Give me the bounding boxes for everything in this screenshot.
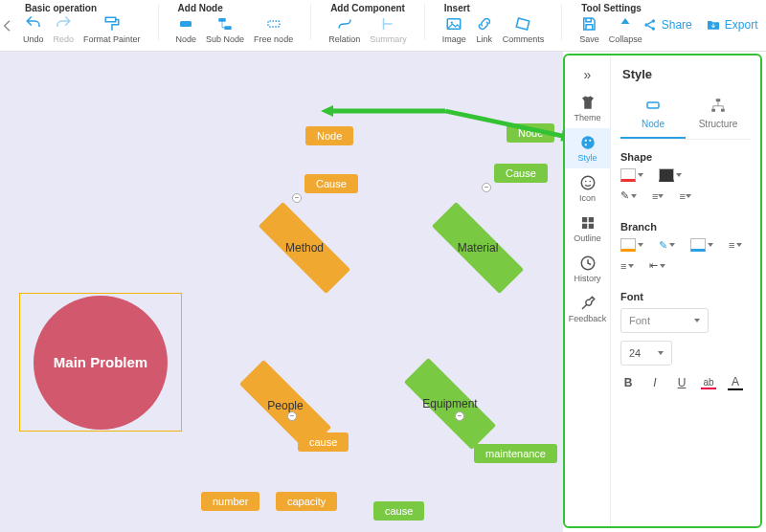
svg-point-10	[581, 136, 595, 149]
wrench-icon	[579, 295, 597, 312]
free-node-icon	[265, 15, 282, 33]
redo-icon	[55, 15, 72, 33]
leaf-cause[interactable]: cause	[373, 501, 424, 521]
comment-icon	[514, 15, 531, 33]
relation-button[interactable]: Relation	[328, 15, 360, 44]
node-tag[interactable]: Node	[305, 126, 353, 145]
branch-align[interactable]: ≡	[729, 238, 742, 252]
sidebar-item-icon[interactable]: Icon	[565, 168, 610, 209]
branch-equipment[interactable]: Equipment	[402, 375, 498, 432]
svg-rect-1	[180, 21, 192, 27]
toolbar-group-tool-settings: Tool Settings Save Collapse	[579, 0, 642, 44]
font-family-select[interactable]: Font	[620, 308, 709, 333]
shirt-icon	[579, 94, 597, 111]
branch-method[interactable]: Method	[257, 219, 352, 277]
collapse-toggle[interactable]: −	[482, 183, 491, 192]
leaf-capacity[interactable]: capacity	[276, 492, 337, 511]
highlight-button[interactable]: ab	[701, 377, 716, 389]
clock-icon	[579, 255, 597, 272]
branch-stroke[interactable]: ✎	[659, 238, 675, 252]
pencil-icon: ✎	[620, 189, 629, 202]
toolbar: Basic operation Undo Redo Format Painter…	[15, 0, 642, 44]
lines-icon: ≡	[652, 190, 656, 202]
main-problem-node[interactable]: Main Problem	[19, 293, 182, 432]
tab-structure[interactable]: Structure	[686, 91, 751, 139]
svg-rect-2	[218, 18, 226, 22]
collapse-toggle[interactable]: −	[455, 411, 464, 421]
app-header: fis… Basic operation Undo Redo Format Pa…	[0, 0, 766, 52]
collapse-toggle[interactable]: −	[287, 411, 297, 421]
save-icon	[580, 15, 597, 33]
redo-button[interactable]: Redo	[54, 15, 75, 44]
section-font-label: Font	[620, 291, 751, 302]
align-icon: ≡	[729, 239, 734, 251]
leaf-number[interactable]: number	[201, 492, 259, 511]
summary-button[interactable]: Summary	[370, 15, 407, 44]
cause-tag[interactable]: Cause	[304, 174, 358, 193]
lines-thick-icon: ≡	[679, 190, 683, 202]
section-branch-label: Branch	[620, 221, 751, 233]
sidebar-item-theme[interactable]: Theme	[565, 88, 610, 128]
sidebar-item-feedback[interactable]: Feedback	[565, 289, 610, 329]
subnode-icon	[216, 15, 234, 33]
branch-box[interactable]	[690, 238, 713, 252]
branch-fill[interactable]	[620, 238, 643, 252]
toolbar-group-add-component: Add Component Relation Summary	[328, 0, 407, 44]
tab-node[interactable]: Node	[620, 91, 686, 139]
italic-button[interactable]: I	[647, 376, 663, 389]
diagram-canvas[interactable]: Main Problem Method Node Cause − Materia…	[0, 52, 563, 532]
branch-style-1[interactable]: ≡	[620, 259, 634, 272]
sidebar-item-history[interactable]: History	[565, 249, 610, 289]
cause-tag[interactable]: Cause	[494, 164, 548, 183]
palette-icon	[579, 134, 597, 151]
export-icon	[706, 17, 721, 33]
share-button[interactable]: Share	[642, 17, 692, 33]
sidebar-item-style[interactable]: Style	[565, 128, 610, 168]
leaf-maintenance[interactable]: maintenance	[474, 444, 557, 463]
branch-material[interactable]: Material	[430, 219, 526, 277]
svg-rect-23	[716, 99, 721, 101]
free-node-button[interactable]: Free node	[254, 15, 293, 44]
pencil-icon: ✎	[659, 239, 667, 252]
cause-tag[interactable]: cause	[298, 432, 349, 452]
branch-style-2[interactable]: ⇤	[649, 259, 665, 272]
back-button[interactable]	[0, 0, 15, 52]
svg-rect-18	[588, 217, 593, 222]
undo-button[interactable]: Undo	[23, 15, 44, 44]
add-node-button[interactable]: Node	[176, 15, 197, 44]
save-button[interactable]: Save	[579, 15, 599, 44]
shape-lines-2[interactable]: ≡	[679, 189, 690, 202]
shape-lines-1[interactable]: ≡	[652, 189, 664, 202]
font-size-select[interactable]: 24	[620, 341, 672, 366]
toolbar-group-insert: Insert Image Link Comments	[442, 0, 545, 44]
shape-fill-color[interactable]	[659, 168, 682, 182]
paint-roller-icon	[103, 15, 121, 33]
link-icon	[476, 15, 493, 33]
insert-link-button[interactable]: Link	[476, 15, 493, 44]
sidebar-item-outline[interactable]: Outline	[565, 209, 610, 249]
style-panel-sidebar: » Theme Style Icon Outline History Feedb…	[565, 55, 611, 526]
panel-collapse-button[interactable]: »	[565, 61, 610, 88]
toolbar-group-add-node: Add Node Node Sub Node Free node	[176, 0, 294, 44]
collapse-button[interactable]: Collapse	[609, 15, 642, 44]
collapse-toggle[interactable]: −	[292, 193, 302, 203]
style-panel-main: Style Node Structure Shape ✎ ≡ ≡ Branch …	[611, 55, 760, 526]
chevron-down-icon	[658, 351, 664, 355]
share-icon	[642, 17, 658, 33]
shape-outline-color[interactable]	[620, 168, 643, 182]
node-icon	[177, 15, 194, 33]
export-button[interactable]: Export	[706, 17, 758, 33]
underline-button[interactable]: U	[674, 376, 689, 389]
shape-edit[interactable]: ✎	[620, 189, 637, 202]
insert-image-button[interactable]: Image	[442, 15, 466, 44]
collapse-icon	[617, 15, 634, 33]
svg-point-13	[584, 144, 586, 145]
bold-button[interactable]: B	[620, 376, 636, 389]
format-painter-button[interactable]: Format Painter	[83, 15, 141, 44]
branch-people[interactable]: People	[237, 377, 333, 434]
insert-comments-button[interactable]: Comments	[503, 15, 545, 44]
svg-rect-25	[721, 109, 725, 112]
add-subnode-button[interactable]: Sub Node	[206, 15, 244, 44]
font-color-button[interactable]: A	[728, 375, 743, 390]
toolbar-group-basic: Basic operation Undo Redo Format Painter	[23, 0, 141, 44]
